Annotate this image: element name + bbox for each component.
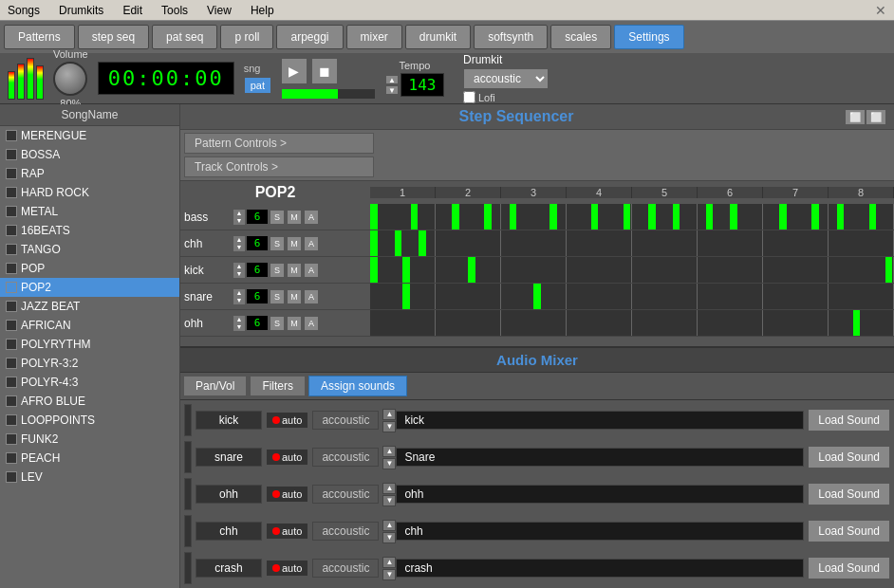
sound-down-button[interactable]: ▼ [382, 421, 396, 432]
grid-cell[interactable] [526, 204, 534, 230]
grid-cell[interactable] [820, 284, 829, 309]
grid-cell[interactable] [829, 257, 837, 283]
smr-btn-m[interactable]: M [287, 316, 302, 331]
grid-cell[interactable] [820, 230, 829, 256]
grid-cell[interactable] [402, 310, 411, 336]
grid-cell[interactable] [795, 230, 804, 256]
grid-cell[interactable] [779, 230, 788, 256]
grid-cell[interactable] [468, 204, 476, 230]
grid-cell[interactable] [657, 230, 665, 256]
grid-cell[interactable] [738, 230, 747, 256]
grid-cell[interactable] [476, 284, 485, 309]
grid-cell[interactable] [510, 204, 518, 230]
grid-cell[interactable] [811, 204, 820, 230]
grid-cell[interactable] [738, 257, 747, 283]
grid-cell[interactable] [607, 284, 616, 309]
song-item-polyr-4:3[interactable]: POLYR-4:3 [0, 373, 179, 392]
grid-cell[interactable] [395, 230, 403, 256]
menu-drumkits[interactable]: Drumkits [55, 2, 107, 19]
grid-cell[interactable] [567, 310, 575, 336]
grid-cell[interactable] [788, 284, 796, 309]
pattern-controls-btn[interactable]: Pattern Controls > [184, 133, 374, 154]
grid-cell[interactable] [829, 230, 837, 256]
grid-cell[interactable] [722, 257, 731, 283]
grid-cell[interactable] [795, 310, 804, 336]
grid-cell[interactable] [476, 310, 485, 336]
grid-cell[interactable] [754, 257, 763, 283]
sound-up-button[interactable]: ▲ [382, 520, 396, 531]
grid-cell[interactable] [402, 257, 411, 283]
load-sound-button[interactable]: Load Sound [808, 446, 890, 469]
mixer-tab-filters[interactable]: Filters [250, 376, 306, 396]
grid-cell[interactable] [533, 230, 542, 256]
song-item-peach[interactable]: PEACH [0, 449, 179, 468]
grid-cell[interactable] [722, 204, 731, 230]
grid-cell[interactable] [549, 310, 558, 336]
sound-up-button[interactable]: ▲ [382, 557, 396, 568]
song-item-jazz-beat[interactable]: JAZZ BEAT [0, 297, 179, 316]
grid-cell[interactable] [476, 204, 485, 230]
grid-cell[interactable] [632, 257, 641, 283]
smr-btn-s[interactable]: S [270, 263, 285, 278]
grid-cell[interactable] [820, 257, 829, 283]
grid-cell[interactable] [567, 204, 575, 230]
lofi-check[interactable]: Lofi [463, 91, 549, 103]
track-volume-down[interactable]: ▼ [233, 323, 245, 331]
grid-cell[interactable] [419, 284, 427, 309]
grid-cell[interactable] [583, 257, 591, 283]
grid-cell[interactable] [411, 257, 419, 283]
song-item-afro-blue[interactable]: AFRO BLUE [0, 392, 179, 411]
grid-cell[interactable] [885, 284, 894, 309]
grid-cell[interactable] [722, 230, 731, 256]
mixer-auto-button[interactable]: auto [266, 449, 308, 466]
grid-cell[interactable] [861, 310, 869, 336]
grid-cell[interactable] [772, 310, 780, 336]
grid-cell[interactable] [632, 230, 641, 256]
grid-cell[interactable] [730, 204, 738, 230]
grid-cell[interactable] [411, 230, 419, 256]
grid-cell[interactable] [476, 257, 485, 283]
grid-cell[interactable] [673, 204, 681, 230]
grid-cell[interactable] [402, 284, 411, 309]
nav-tab-arpeggi[interactable]: arpeggi [276, 25, 343, 49]
track-volume-down[interactable]: ▼ [233, 217, 245, 225]
grid-cell[interactable] [624, 284, 632, 309]
grid-cell[interactable] [648, 257, 657, 283]
grid-cell[interactable] [370, 310, 379, 336]
grid-cell[interactable] [795, 284, 804, 309]
grid-cell[interactable] [722, 310, 731, 336]
grid-cell[interactable] [427, 257, 436, 283]
grid-cell[interactable] [788, 310, 796, 336]
stop-button[interactable]: ◼ [311, 58, 338, 84]
grid-cell[interactable] [599, 230, 607, 256]
grid-cell[interactable] [730, 230, 738, 256]
grid-cell[interactable] [811, 310, 820, 336]
grid-cell[interactable] [648, 310, 657, 336]
grid-cell[interactable] [468, 257, 476, 283]
grid-cell[interactable] [845, 284, 853, 309]
lofi-checkbox[interactable] [463, 91, 475, 103]
grid-cell[interactable] [493, 284, 501, 309]
seq-corner-btn-2[interactable]: ⬜ [866, 109, 886, 125]
grid-cell[interactable] [583, 204, 591, 230]
grid-cell[interactable] [779, 257, 788, 283]
track-volume-down[interactable]: ▼ [233, 297, 245, 304]
grid-cell[interactable] [411, 310, 419, 336]
grid-cell[interactable] [484, 257, 493, 283]
grid-cell[interactable] [853, 257, 862, 283]
grid-cell[interactable] [706, 284, 715, 309]
grid-cell[interactable] [444, 257, 453, 283]
grid-cell[interactable] [869, 230, 878, 256]
sound-up-button[interactable]: ▲ [382, 483, 396, 494]
song-item-hard-rock[interactable]: HARD ROCK [0, 183, 179, 202]
grid-cell[interactable] [698, 204, 706, 230]
grid-cell[interactable] [804, 310, 812, 336]
grid-cell[interactable] [468, 310, 476, 336]
song-item-lev[interactable]: LEV [0, 468, 179, 487]
grid-cell[interactable] [493, 204, 501, 230]
grid-cell[interactable] [869, 284, 878, 309]
smr-btn-s[interactable]: S [270, 236, 285, 251]
grid-cell[interactable] [460, 284, 469, 309]
smr-btn-a[interactable]: A [304, 263, 319, 278]
mixer-fader[interactable] [184, 552, 192, 584]
